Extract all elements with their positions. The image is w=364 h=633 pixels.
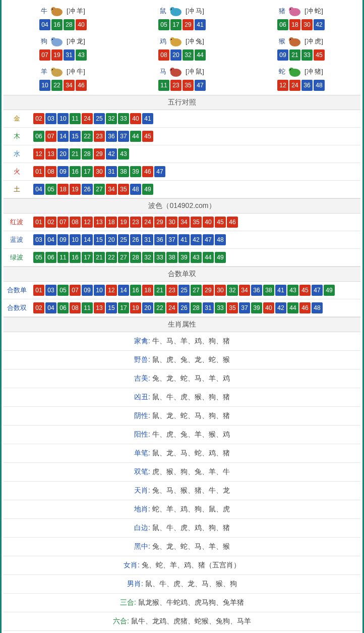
number-chip: 40 (263, 302, 274, 313)
number-chip: 28 (82, 148, 93, 160)
number-chip: 27 (191, 285, 202, 296)
number-chip: 27 (94, 184, 105, 195)
attr-key: 野兽: (134, 355, 152, 363)
number-chip: 06 (45, 252, 56, 263)
number-chip: 31 (64, 49, 75, 61)
number-chip: 21 (94, 252, 105, 263)
table-row: 阴性: 鼠、龙、蛇、马、狗、猪 (4, 407, 360, 426)
number-chip: 48 (215, 234, 226, 245)
number-chip: 39 (178, 252, 190, 263)
number-chip: 03 (45, 285, 56, 296)
heshu-table: 合数单0103050709101214161821232527293032343… (4, 282, 360, 317)
table-row: 野兽: 鼠、虎、兔、龙、蛇、猴 (4, 351, 360, 370)
number-chip: 30 (94, 166, 105, 177)
number-chip: 47 (203, 234, 214, 245)
number-chip: 33 (301, 49, 313, 61)
svg-point-20 (52, 69, 53, 70)
number-chip: 38 (263, 285, 274, 296)
zodiac-icon (286, 66, 304, 78)
number-chip: 20 (142, 302, 153, 313)
row-label: 合数单 (4, 282, 30, 299)
attr-value: 兔、龙、蛇、马、羊、鸡 (152, 374, 230, 382)
number-chip: 21 (70, 148, 81, 160)
section-header-heshu: 合数单双 (4, 267, 360, 282)
row-numbers: 1213202128294243 (30, 145, 360, 163)
number-chip: 36 (106, 131, 117, 142)
zodiac-name: 猪 (279, 7, 285, 16)
attr-value: 鼠牛、龙鸡、虎猪、蛇猴、兔狗、马羊 (131, 617, 251, 625)
table-row: 凶丑: 鼠、牛、虎、猴、狗、猪 (4, 388, 360, 407)
zodiac-cell: 鸡[冲 兔]08203244 (123, 32, 241, 63)
number-chip: 42 (191, 234, 202, 245)
table-row: 白边: 鼠、牛、虎、鸡、狗、猪 (4, 519, 360, 538)
row-numbers: 06071415222336374445 (30, 128, 360, 145)
number-chip: 44 (195, 49, 206, 61)
zodiac-clash: [冲 兔] (186, 37, 204, 46)
number-chip: 21 (154, 285, 165, 296)
number-chip: 09 (277, 49, 288, 61)
number-chip: 49 (142, 184, 153, 195)
row-label: 土 (4, 181, 30, 198)
svg-point-10 (51, 37, 56, 42)
table-row: 男肖: 鼠、牛、虎、龙、马、猴、狗 (4, 575, 360, 594)
number-chip: 32 (142, 252, 153, 263)
zodiac-icon (286, 5, 304, 17)
zodiac-icon (48, 35, 66, 47)
number-chip: 41 (195, 19, 206, 30)
zodiac-cell: 狗[冲 龙]07193143 (4, 32, 123, 63)
attr-value: 鼠、牛、虎、龙、马、猴、狗 (145, 579, 237, 588)
number-chip: 41 (275, 285, 286, 296)
number-chip: 48 (314, 80, 325, 91)
attr-value: 兔、龙、蛇、马、羊、猴 (152, 542, 230, 550)
zodiac-clash: [冲 虎] (305, 37, 323, 46)
number-chip: 26 (82, 184, 93, 195)
number-chip: 33 (215, 302, 226, 313)
attr-key: 天肖: (134, 486, 152, 494)
number-chip: 44 (130, 131, 141, 142)
number-chip: 18 (57, 184, 69, 195)
attr-key: 地肖: (134, 505, 152, 513)
number-chip: 14 (82, 234, 93, 245)
number-chip: 35 (183, 80, 194, 91)
number-chip: 15 (94, 234, 105, 245)
row-label: 金 (4, 110, 30, 128)
attr-key: 阴性: (134, 411, 152, 419)
table-row: 地肖: 蛇、羊、鸡、狗、鼠、虎 (4, 500, 360, 519)
attr-key: 阳性: (134, 430, 152, 438)
number-chip: 23 (94, 131, 105, 142)
zodiac-icon (48, 5, 66, 17)
number-chip: 20 (57, 148, 69, 160)
number-chip: 41 (142, 113, 153, 124)
svg-point-25 (289, 68, 294, 73)
zodiac-clash: [冲 马] (186, 7, 204, 16)
svg-point-7 (289, 7, 294, 12)
row-label: 火 (4, 163, 30, 181)
number-chip: 05 (57, 285, 69, 296)
number-chip: 46 (299, 302, 311, 313)
number-chip: 45 (215, 217, 226, 228)
zodiac-cell: 牛[冲 羊]04162840 (4, 2, 123, 32)
number-chip: 09 (57, 166, 69, 177)
number-chip: 46 (76, 80, 87, 91)
number-chip: 18 (289, 19, 300, 30)
number-chip: 43 (191, 252, 202, 263)
number-chip: 31 (106, 166, 117, 177)
number-chip: 36 (251, 285, 262, 296)
zodiac-clash: [冲 猪] (305, 67, 323, 76)
number-chip: 37 (239, 302, 250, 313)
number-chip: 07 (45, 131, 56, 142)
zodiac-cell: 猪[冲 蛇]06183042 (241, 2, 360, 32)
table-row: 吉美: 兔、龙、蛇、马、羊、鸡 (4, 370, 360, 388)
table-row: 阳性: 牛、虎、兔、羊、猴、鸡 (4, 426, 360, 444)
svg-point-8 (290, 9, 291, 10)
table-row: 绿波05061116172122272832333839434449 (4, 249, 360, 267)
number-chip: 06 (33, 131, 44, 142)
attr-key: 黑中: (134, 542, 152, 550)
zodiac-cell: 羊[冲 牛]10223446 (4, 63, 123, 93)
svg-point-2 (52, 9, 53, 10)
table-row: 合数双0204060811131517192022242628313335373… (4, 299, 360, 317)
number-chip: 46 (142, 166, 153, 177)
number-chip: 15 (106, 302, 117, 313)
section-header-wuxing: 五行对照 (4, 95, 360, 110)
row-numbers: 0102070812131819232429303435404546 (30, 214, 360, 231)
